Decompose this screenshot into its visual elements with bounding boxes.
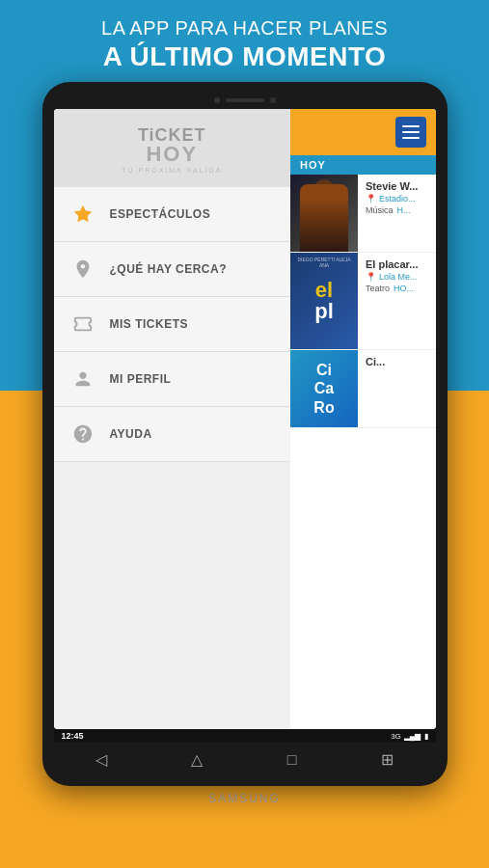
hoy-tab[interactable]: HOY <box>290 155 435 175</box>
event-time-stevie: H... <box>397 205 411 215</box>
star-icon <box>69 201 96 228</box>
device-camera <box>214 97 220 103</box>
status-icons: 3G ▂▄▆ ▮ <box>391 732 427 741</box>
event-info-placard: El placar... 📍 Lola Me... Teatro HO... <box>358 253 435 349</box>
event-title-ci: Ci... <box>366 356 427 367</box>
menu-item-que-hay-cerca[interactable]: ¿QUÉ HAY CERCA? <box>54 242 291 297</box>
main-topbar <box>290 109 435 155</box>
device-frame: TiCKET HOY TU PRÓXIMA SALIDA ESPECTÁCULO… <box>42 82 448 786</box>
event-info-ci: Ci... <box>358 350 435 427</box>
status-bar: 12:45 3G ▂▄▆ ▮ <box>54 729 436 743</box>
question-icon <box>69 420 96 448</box>
svg-marker-0 <box>73 205 91 222</box>
device-bottom-nav: ◁ △ □ ⊞ <box>54 743 436 773</box>
main-content: HOY Stevie W... 📍 <box>290 109 435 729</box>
recents-button[interactable]: □ <box>287 751 297 769</box>
signal-icon: ▂▄▆ <box>404 732 421 741</box>
event-list: Stevie W... 📍 Estadio... Música H... <box>290 175 435 729</box>
network-icon: 3G <box>391 732 401 741</box>
event-time-placard: HO... <box>394 284 414 293</box>
espectaculos-label: ESPECTÁCULOS <box>110 207 211 221</box>
event-card-stevie[interactable]: Stevie W... 📍 Estadio... Música H... <box>290 175 435 253</box>
event-info-stevie: Stevie W... 📍 Estadio... Música H... <box>358 175 435 252</box>
event-title-stevie: Stevie W... <box>366 180 427 192</box>
hamburger-line-2 <box>402 131 420 133</box>
event-genre-placard: Teatro <box>366 284 390 293</box>
event-tags-stevie: Música H... <box>366 205 427 215</box>
event-title-placard: El placar... <box>366 258 427 270</box>
hero-section: LA APP PARA HACER PLANES A ÚLTIMO MOMENT… <box>0 0 489 82</box>
ayuda-label: AYUDA <box>110 427 152 441</box>
hamburger-button[interactable] <box>395 117 426 148</box>
brand-label: SAMSUNG <box>208 786 281 807</box>
device-camera-right <box>270 97 276 103</box>
mi-perfil-label: MI PERFIL <box>110 372 172 386</box>
back-button[interactable]: ◁ <box>95 750 107 769</box>
device-top-bar <box>54 97 436 103</box>
event-card-placard[interactable]: DIEGO PERETTI ALEJA ANA el pl El placar.… <box>290 253 435 350</box>
event-location-placard: 📍 Lola Me... <box>366 272 427 282</box>
event-image-placard: DIEGO PERETTI ALEJA ANA el pl <box>290 253 358 349</box>
ci-text: CiCaRo <box>313 361 334 417</box>
home-button[interactable]: △ <box>191 750 203 769</box>
stevie-body <box>300 184 348 252</box>
placard-el: el <box>315 280 333 301</box>
menu-item-mi-perfil[interactable]: MI PERFIL <box>54 352 291 407</box>
status-time: 12:45 <box>62 731 84 741</box>
menu-items-list: ESPECTÁCULOS ¿QUÉ HAY CERCA? <box>54 187 291 729</box>
screen: TiCKET HOY TU PRÓXIMA SALIDA ESPECTÁCULO… <box>54 109 436 729</box>
menu-item-mis-tickets[interactable]: MIS TICKETS <box>54 297 291 352</box>
event-tags-placard: Teatro HO... <box>366 284 427 293</box>
event-card-ci[interactable]: CiCaRo Ci... <box>290 350 435 428</box>
menu-button[interactable]: ⊞ <box>381 750 394 769</box>
hero-line1: LA APP PARA HACER PLANES <box>19 17 470 40</box>
menu-item-espectaculos[interactable]: ESPECTÁCULOS <box>54 187 291 242</box>
pin-icon-stevie: 📍 <box>366 194 376 203</box>
ticket-icon <box>69 311 96 338</box>
event-genre-stevie: Música <box>366 205 394 215</box>
event-location-text-placard: Lola Me... <box>379 272 418 282</box>
device-speaker <box>226 98 264 102</box>
que-hay-cerca-label: ¿QUÉ HAY CERCA? <box>110 262 228 276</box>
menu-item-ayuda[interactable]: AYUDA <box>54 407 291 462</box>
mis-tickets-label: MIS TICKETS <box>110 317 189 331</box>
hamburger-line-3 <box>402 137 420 139</box>
event-image-stevie <box>290 175 358 252</box>
drawer-menu: TiCKET HOY TU PRÓXIMA SALIDA ESPECTÁCULO… <box>54 109 291 729</box>
placard-overlay: DIEGO PERETTI ALEJA ANA <box>292 257 356 268</box>
event-image-ci: CiCaRo <box>290 350 358 427</box>
hero-line2: A ÚLTIMO MOMENTO <box>19 41 470 72</box>
event-location-text-stevie: Estadio... <box>379 194 416 203</box>
event-location-stevie: 📍 Estadio... <box>366 194 427 203</box>
drawer-header: TiCKET HOY TU PRÓXIMA SALIDA <box>54 109 291 187</box>
logo: TiCKET HOY TU PRÓXIMA SALIDA <box>122 126 222 174</box>
pin-icon-placard: 📍 <box>366 272 376 282</box>
battery-icon: ▮ <box>424 732 428 741</box>
placard-pl: pl <box>314 301 334 322</box>
person-icon <box>69 366 96 393</box>
pin-icon <box>69 256 96 283</box>
hamburger-line-1 <box>402 125 420 127</box>
logo-hoy: HOY <box>122 144 222 165</box>
logo-subtitle: TU PRÓXIMA SALIDA <box>122 167 222 174</box>
